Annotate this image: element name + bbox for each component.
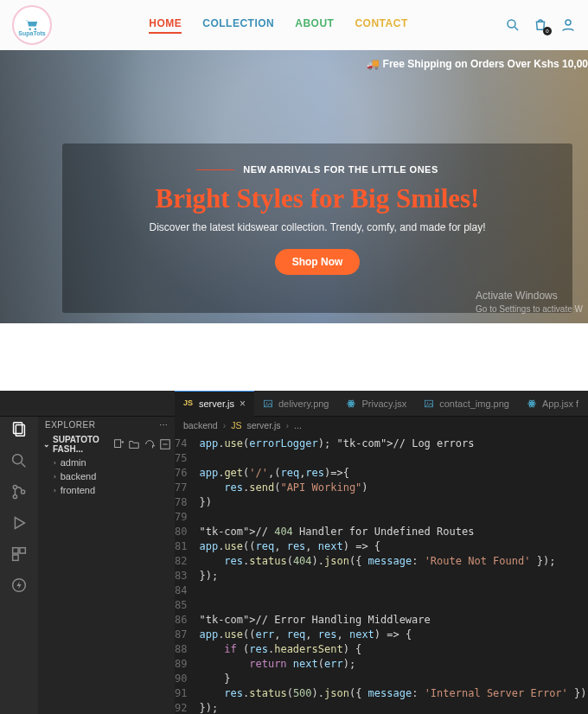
file-tree: ›admin›backend›frontend	[38, 456, 175, 497]
project-root[interactable]: ⌄SUPATOTO FASH...	[38, 433, 175, 456]
tab-delivery-png[interactable]: delivery.png	[254, 391, 338, 417]
logo-text: SupaTots	[18, 30, 45, 36]
explorer-icon[interactable]	[10, 420, 29, 439]
svg-point-4	[566, 20, 571, 25]
code-editor[interactable]: 74 75 76 77 78 79 80 81 82 83 84 85 86 8…	[175, 434, 588, 714]
search-activity-icon[interactable]	[10, 451, 29, 470]
svg-point-13	[531, 403, 533, 405]
explorer-title: EXPLORER	[45, 420, 95, 430]
site-header: SupaTots HOME COLLECTION ABOUT CONTACT 0	[0, 0, 588, 50]
tab-label: delivery.png	[278, 398, 329, 409]
chevron-right-icon: ›	[54, 487, 56, 494]
new-file-icon[interactable]	[112, 438, 125, 450]
tab-App-jsx-f[interactable]: App.jsx f	[518, 391, 587, 417]
tagline-divider	[196, 169, 234, 170]
activate-windows-watermark: Activate Windows Go to Settings to activ…	[476, 290, 583, 315]
chevron-right-icon: ›	[54, 459, 56, 467]
site-logo[interactable]: SupaTots	[12, 5, 52, 45]
svg-point-2	[508, 20, 515, 28]
tab-label: server.js	[199, 398, 234, 409]
editor-area: backend › JS server.js › ... 74 75 76 77…	[175, 417, 588, 714]
hero-tagline: NEW ARRIVALS FOR THE LITTLE ONES	[243, 164, 438, 175]
svg-rect-25	[20, 548, 25, 553]
tab-label: App.jsx f	[542, 398, 578, 409]
svg-rect-28	[115, 440, 121, 448]
breadcrumb-item[interactable]: server.js	[246, 420, 280, 430]
breadcrumb-sep: ›	[223, 420, 227, 430]
svg-point-7	[351, 403, 353, 405]
svg-rect-18	[16, 425, 24, 437]
shipping-banner: 🚚 Free Shipping on Orders Over Kshs 10,0…	[367, 58, 588, 70]
run-debug-icon[interactable]	[10, 513, 29, 532]
user-icon[interactable]	[560, 17, 576, 33]
activate-title: Activate Windows	[476, 290, 583, 303]
tab-Privacy-jsx[interactable]: Privacy.jsx	[337, 391, 415, 417]
tab-label: contact_img.png	[439, 398, 509, 409]
thunder-icon[interactable]	[10, 576, 29, 595]
tab-contact_img-png[interactable]: contact_img.png	[415, 391, 518, 417]
chevron-down-icon: ⌄	[43, 440, 50, 449]
activate-sub: Go to Settings to activate W	[476, 303, 583, 315]
hero-headline: Bright Styles for Big Smiles!	[88, 183, 546, 214]
folder-frontend[interactable]: ›frontend	[38, 483, 175, 497]
code-lines[interactable]: app.use(errorLogger); "tk-com">// Log er…	[194, 434, 588, 714]
extensions-icon[interactable]	[10, 545, 29, 564]
shop-now-button[interactable]: Shop Now	[275, 249, 361, 275]
breadcrumb-item[interactable]: backend	[183, 420, 218, 430]
main-nav: HOME COLLECTION ABOUT CONTACT	[149, 17, 407, 34]
breadcrumb-sep: ›	[286, 420, 290, 430]
image-icon	[263, 398, 273, 409]
cart-badge: 0	[543, 27, 552, 35]
svg-point-19	[13, 455, 22, 464]
image-icon	[424, 398, 434, 409]
collapse-icon[interactable]	[159, 438, 171, 450]
svg-line-3	[514, 27, 518, 30]
svg-point-21	[13, 485, 16, 488]
header-icons: 0	[505, 17, 576, 33]
source-control-icon[interactable]	[10, 482, 29, 501]
nav-home[interactable]: HOME	[149, 17, 182, 34]
js-icon: JS	[183, 398, 194, 409]
refresh-icon[interactable]	[144, 438, 156, 450]
js-icon: JS	[231, 420, 241, 430]
cart-button[interactable]: 0	[533, 17, 548, 33]
svg-rect-17	[14, 423, 22, 434]
folder-admin[interactable]: ›admin	[38, 456, 175, 469]
svg-point-12	[427, 402, 429, 404]
explorer-panel: EXPLORER ⋯ ⌄SUPATOTO FASH... ›admin›back…	[38, 417, 175, 714]
nav-contact[interactable]: CONTACT	[355, 17, 407, 34]
react-icon	[527, 398, 537, 409]
folder-label: backend	[61, 471, 97, 481]
activity-bar	[0, 417, 38, 714]
line-gutter: 74 75 76 77 78 79 80 81 82 83 84 85 86 8…	[175, 434, 194, 714]
editor-tabs: JSserver.js×delivery.pngPrivacy.jsxconta…	[0, 391, 588, 417]
hero-tagline-row: NEW ARRIVALS FOR THE LITTLE ONES	[88, 164, 546, 175]
close-icon[interactable]: ×	[240, 398, 246, 410]
explorer-more-icon[interactable]: ⋯	[159, 420, 169, 430]
svg-point-22	[13, 494, 16, 498]
vscode-window: JSserver.js×delivery.pngPrivacy.jsxconta…	[0, 391, 588, 714]
nav-about[interactable]: ABOUT	[295, 17, 334, 34]
search-icon[interactable]	[505, 17, 521, 33]
hero-card: NEW ARRIVALS FOR THE LITTLE ONES Bright …	[62, 143, 572, 313]
cart-icon	[23, 19, 41, 31]
tab-label: Privacy.jsx	[361, 398, 406, 409]
nav-collection[interactable]: COLLECTION	[202, 17, 274, 34]
svg-rect-26	[13, 555, 18, 560]
tab-server-js[interactable]: JSserver.js×	[175, 391, 254, 417]
breadcrumb-item[interactable]: ...	[294, 420, 302, 430]
svg-rect-24	[13, 548, 18, 553]
hero-banner: 🚚 Free Shipping on Orders Over Kshs 10,0…	[0, 50, 588, 323]
hero-subline: Discover the latest kidswear collection.…	[88, 221, 546, 233]
svg-line-20	[22, 463, 26, 468]
breadcrumbs[interactable]: backend › JS server.js › ...	[175, 417, 588, 434]
folder-label: admin	[61, 457, 86, 468]
new-folder-icon[interactable]	[128, 438, 140, 450]
website-section: SupaTots HOME COLLECTION ABOUT CONTACT 0…	[0, 0, 588, 323]
chevron-right-icon: ›	[54, 473, 56, 481]
svg-point-6	[266, 402, 268, 404]
section-gap	[0, 323, 588, 391]
svg-point-23	[21, 490, 24, 494]
project-name: SUPATOTO FASH...	[53, 435, 112, 454]
folder-backend[interactable]: ›backend	[38, 469, 175, 483]
